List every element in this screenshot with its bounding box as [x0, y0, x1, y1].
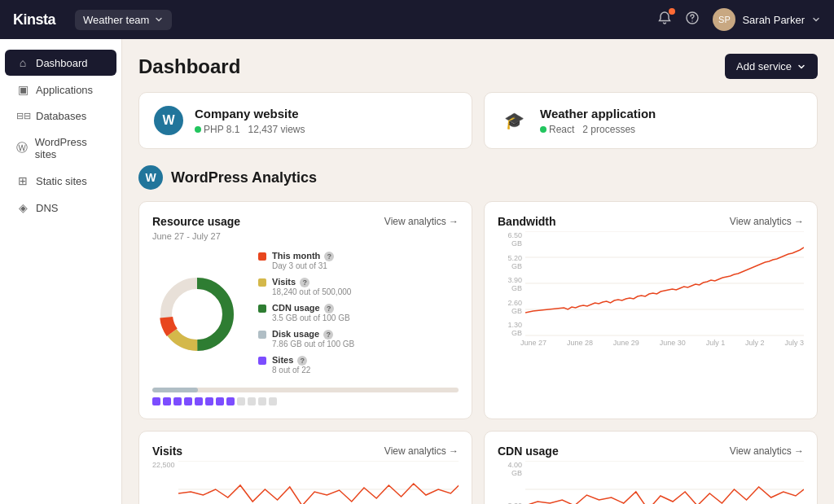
team-selector[interactable]: Weather team [75, 10, 172, 30]
sites-dot-6 [205, 397, 213, 405]
cdn-link[interactable]: View analytics → [730, 445, 804, 457]
legend-text-visits: Visits ? 18,240 out of 500,000 [272, 277, 351, 296]
x-label-2: June 28 [567, 339, 593, 347]
wordpress-service-icon: W [154, 106, 183, 135]
x-label-7: July 3 [784, 339, 804, 347]
avatar: SP [713, 8, 735, 31]
notification-badge [669, 8, 675, 15]
service-card-website[interactable]: W Company website PHP 8.1 12,437 views [138, 92, 472, 149]
resource-usage-date: June 27 - July 27 [152, 231, 459, 241]
page-header: Dashboard Add service [138, 54, 818, 79]
visits-y-axis: 22,500 18,000 [152, 461, 178, 504]
service-info-website: Company website PHP 8.1 12,437 views [195, 107, 305, 135]
x-label-3: June 29 [613, 339, 639, 347]
chevron-down-icon [154, 15, 164, 24]
databases-icon: ⊟⊟ [16, 111, 29, 121]
user-chevron-icon [811, 15, 821, 24]
svg-point-1 [692, 20, 693, 21]
resource-usage-link[interactable]: View analytics → [384, 216, 459, 227]
service-meta-weather: React 2 processes [540, 124, 656, 135]
add-service-chevron-icon [797, 62, 806, 72]
legend-dot-cdn [258, 305, 266, 313]
legend-dot-sites [258, 357, 266, 365]
sidebar-label-applications: Applications [36, 84, 93, 96]
user-menu[interactable]: SP Sarah Parker [713, 8, 821, 31]
wordpress-icon: Ⓦ [16, 141, 29, 156]
svg-point-6 [174, 291, 220, 337]
resource-card-body: This month ? Day 3 out of 31 Visits ? 18… [152, 251, 459, 381]
sites-dot-8 [226, 397, 235, 405]
info-icon-visits[interactable]: ? [300, 278, 309, 287]
y-label-5: 1.30 GB [498, 321, 522, 337]
cdn-y-axis: 4.00 GB 3.20 GB [498, 461, 525, 504]
disk-progress-row [152, 388, 459, 392]
resource-usage-title: Resource usage [152, 215, 240, 228]
add-service-button[interactable]: Add service [725, 54, 818, 79]
sidebar-item-applications[interactable]: ▣ Applications [5, 77, 116, 103]
page-title: Dashboard [138, 55, 240, 78]
legend-text-sites: Sites ? 8 out of 22 [272, 355, 310, 375]
cdn-title: CDN usage [498, 445, 559, 458]
sidebar-label-databases: Databases [36, 110, 86, 122]
service-views: 12,437 views [248, 124, 305, 135]
info-icon-sites[interactable]: ? [297, 356, 307, 366]
info-icon-cdn[interactable]: ? [324, 304, 334, 313]
sites-dot-10 [248, 397, 256, 405]
wp-heading-icon: W [138, 165, 163, 190]
visits-link[interactable]: View analytics → [384, 445, 459, 457]
donut-chart [152, 270, 242, 362]
visits-title: Visits [152, 445, 182, 458]
legend-item-sites: Sites ? 8 out of 22 [258, 355, 459, 375]
legend-dot-visits [258, 278, 266, 287]
bandwidth-link[interactable]: View analytics → [730, 216, 804, 227]
sites-dot-12 [269, 397, 277, 405]
legend-dot-month [258, 252, 266, 261]
sidebar-item-static[interactable]: ⊞ Static sites [5, 168, 116, 194]
notifications-bell[interactable] [657, 11, 672, 28]
resource-usage-header: Resource usage View analytics → [152, 215, 459, 228]
cdn-y-1: 4.00 GB [498, 461, 522, 477]
legend-item-cdn: CDN usage ? 3.5 GB out of 100 GB [258, 303, 459, 322]
info-icon-disk[interactable]: ? [323, 330, 333, 340]
service-cards: W Company website PHP 8.1 12,437 views 🎓… [138, 92, 818, 149]
service-status-website: PHP 8.1 [195, 124, 239, 135]
analytics-grid: Resource usage View analytics → June 27 … [138, 201, 818, 504]
dns-icon: ◈ [16, 201, 29, 214]
help-icon[interactable] [685, 11, 700, 28]
service-card-weather[interactable]: 🎓 Weather application React 2 processes [484, 92, 818, 149]
sites-dot-11 [258, 397, 266, 405]
sidebar-item-databases[interactable]: ⊟⊟ Databases [5, 103, 116, 129]
sidebar-item-dns[interactable]: ◈ DNS [5, 195, 116, 221]
legend-text-cdn: CDN usage ? 3.5 GB out of 100 GB [272, 303, 350, 322]
sidebar-label-dns: DNS [36, 202, 58, 214]
bandwidth-header: Bandwidth View analytics → [498, 215, 804, 228]
wp-analytics-heading: W WordPress Analytics [138, 165, 818, 190]
service-processes: 2 processes [582, 124, 635, 135]
status-dot-weather [540, 126, 546, 133]
wp-analytics-title: WordPress Analytics [171, 169, 317, 186]
y-label-4: 2.60 GB [498, 299, 522, 315]
visits-svg [178, 461, 459, 504]
team-name: Weather team [83, 14, 149, 26]
main-content: Dashboard Add service W Company website … [122, 39, 834, 504]
y-label-3: 3.90 GB [498, 276, 522, 292]
home-icon: ⌂ [16, 56, 29, 69]
sites-dots [152, 397, 459, 405]
cdn-card: CDN usage View analytics → 4.00 GB 3.20 … [484, 431, 818, 504]
bandwidth-y-axis: 6.50 GB 5.20 GB 3.90 GB 2.60 GB 1.30 GB [498, 231, 525, 337]
sidebar-item-dashboard[interactable]: ⌂ Dashboard [5, 50, 116, 76]
cdn-svg [525, 461, 804, 504]
legend-dot-disk [258, 331, 266, 339]
visits-header: Visits View analytics → [152, 445, 459, 458]
bandwidth-title: Bandwidth [498, 215, 556, 228]
legend-item-visits: Visits ? 18,240 out of 500,000 [258, 277, 459, 296]
sites-dot-1 [152, 397, 160, 405]
info-icon-month[interactable]: ? [324, 252, 334, 261]
service-status-weather: React [540, 124, 574, 135]
sidebar-item-wordpress[interactable]: Ⓦ WordPress sites [5, 129, 116, 167]
bandwidth-svg [525, 231, 804, 337]
legend-item-disk: Disk usage ? 7.86 GB out of 100 GB [258, 329, 459, 348]
cdn-header: CDN usage View analytics → [498, 445, 804, 458]
bandwidth-card: Bandwidth View analytics → 6.50 GB 5.20 … [484, 201, 818, 419]
sites-dot-2 [163, 397, 171, 405]
